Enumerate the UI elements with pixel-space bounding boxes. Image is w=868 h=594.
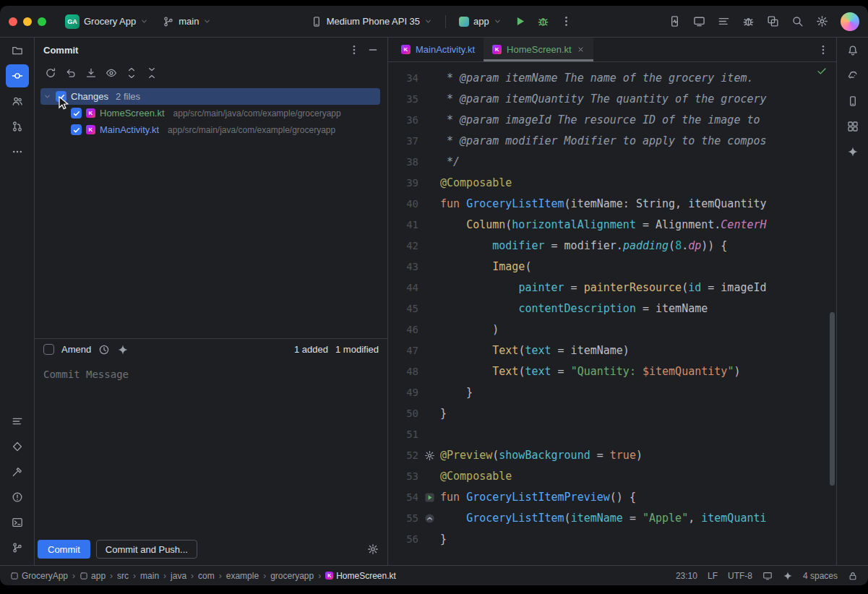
- changed-file-row[interactable]: KMainActivity.ktapp/src/main/java/com/ex…: [35, 121, 387, 138]
- more-tools-tool-button[interactable]: [6, 140, 29, 163]
- code-line[interactable]: 43 Image(: [388, 257, 836, 277]
- settings-button[interactable]: [812, 12, 832, 32]
- code-line[interactable]: 56}: [388, 529, 836, 550]
- gemini-status-icon[interactable]: [783, 571, 793, 581]
- app-quality-insights-tool-button[interactable]: [6, 435, 29, 458]
- run-config-selector[interactable]: app: [453, 13, 507, 30]
- changed-file-row[interactable]: KHomeScreen.ktapp/src/main/java/com/exam…: [35, 105, 387, 121]
- breadcrumb-item[interactable]: groceryapp: [270, 571, 314, 581]
- commit-history-icon[interactable]: [98, 344, 110, 356]
- breadcrumb-item[interactable]: KHomeScreen.kt: [325, 571, 396, 581]
- more-actions-button[interactable]: [557, 12, 577, 32]
- breadcrumb-item[interactable]: main: [140, 571, 159, 581]
- editor-scrollbar[interactable]: [830, 312, 835, 486]
- resource-manager-tool-button[interactable]: [841, 115, 864, 138]
- cursor-position-widget[interactable]: 23:10: [676, 571, 697, 581]
- app-inspection-button[interactable]: [738, 12, 758, 32]
- breadcrumb-item[interactable]: GroceryApp: [10, 571, 68, 581]
- file-checkbox[interactable]: [71, 108, 82, 119]
- code-line[interactable]: 55 GroceryListItem(itemName = "Apple", i…: [388, 508, 836, 529]
- code-line[interactable]: 36 * @param imageId The resource ID of t…: [388, 110, 836, 131]
- breadcrumb-item[interactable]: src: [117, 571, 129, 581]
- code-line[interactable]: 34 * @param itemName The name of the gro…: [388, 68, 836, 89]
- code-line[interactable]: 45 contentDescription = itemName: [388, 298, 836, 319]
- editor-options-icon[interactable]: [817, 44, 829, 56]
- run-gutter-icon[interactable]: [418, 487, 440, 508]
- commit-button[interactable]: Commit: [38, 540, 90, 559]
- code-line[interactable]: 54fun GroceryListItemPreview() {: [388, 487, 836, 508]
- changes-checkbox[interactable]: [56, 91, 66, 102]
- code-line[interactable]: 37 * @param modifier Modifier to apply t…: [388, 131, 836, 152]
- shelve-button[interactable]: [85, 67, 97, 79]
- encoding-widget[interactable]: UTF-8: [728, 571, 752, 581]
- logcat-tool-button[interactable]: [6, 410, 29, 433]
- breadcrumb-item[interactable]: example: [226, 571, 259, 581]
- code-line[interactable]: 39@Composable: [388, 173, 836, 194]
- tab-MainActivity.kt[interactable]: KMainActivity.kt: [392, 38, 484, 61]
- indent-widget[interactable]: 4 spaces: [803, 571, 838, 581]
- terminal-tool-button[interactable]: [6, 511, 29, 534]
- gemini-tool-button[interactable]: [841, 140, 864, 163]
- build-tool-button[interactable]: [6, 460, 29, 483]
- fold-gutter-icon[interactable]: [418, 508, 440, 529]
- run-button[interactable]: [510, 12, 530, 32]
- code-line[interactable]: 50}: [388, 403, 836, 424]
- running-devices-button[interactable]: [689, 12, 709, 32]
- inspections-ok-icon[interactable]: [816, 65, 828, 77]
- reader-mode-icon[interactable]: [762, 571, 773, 581]
- breadcrumb-item[interactable]: app: [80, 571, 106, 581]
- code-line[interactable]: 35 * @param itemQuantity The quantity of…: [388, 89, 836, 110]
- ai-commit-message-icon[interactable]: [117, 344, 129, 356]
- profiler-button[interactable]: [664, 12, 684, 32]
- search-everywhere-button[interactable]: [787, 12, 807, 32]
- changes-root-row[interactable]: Changes 2 files: [40, 88, 380, 105]
- commit-options-gear-icon[interactable]: [367, 543, 379, 555]
- chevron-down-icon[interactable]: [43, 92, 51, 100]
- gear-gutter-icon[interactable]: [418, 445, 440, 466]
- expand-all-button[interactable]: [126, 67, 137, 79]
- close-tab-icon[interactable]: [577, 46, 585, 53]
- logcat-button[interactable]: [713, 12, 734, 32]
- collapse-all-button[interactable]: [146, 67, 158, 79]
- file-checkbox[interactable]: [71, 124, 82, 135]
- code-line[interactable]: 41 Column(horizontalAlignment = Alignmen…: [388, 215, 836, 236]
- code-line[interactable]: 52@Preview(showBackground = true): [388, 445, 836, 466]
- commit-tool-button[interactable]: [6, 64, 29, 87]
- code-line[interactable]: 49 }: [388, 382, 836, 403]
- gradle-tool-button[interactable]: [841, 64, 864, 87]
- code-line[interactable]: 48 Text(text = "Quantity: $itemQuantity"…: [388, 361, 836, 382]
- branch-selector[interactable]: main: [157, 13, 217, 30]
- notifications-tool-button[interactable]: [841, 39, 864, 62]
- refresh-button[interactable]: [45, 67, 56, 79]
- minimize-window-button[interactable]: [23, 17, 32, 26]
- pull-requests-tool-button[interactable]: [6, 115, 29, 138]
- code-line[interactable]: 47 Text(text = itemName): [388, 340, 836, 361]
- breadcrumb-item[interactable]: java: [171, 571, 186, 581]
- device-selector[interactable]: Medium Phone API 35: [305, 13, 438, 30]
- commit-and-push-button[interactable]: Commit and Push...: [96, 540, 197, 559]
- version-control-tool-button[interactable]: [6, 536, 29, 559]
- line-separator-widget[interactable]: LF: [708, 571, 718, 581]
- commit-message-input[interactable]: Commit Message: [35, 360, 387, 536]
- panel-options-icon[interactable]: [348, 44, 360, 56]
- hide-panel-icon[interactable]: [367, 44, 379, 56]
- code-line[interactable]: 46 ): [388, 319, 836, 340]
- problems-tool-button[interactable]: [6, 486, 29, 509]
- tab-HomeScreen.kt[interactable]: KHomeScreen.kt: [484, 38, 593, 61]
- layout-inspector-button[interactable]: [762, 12, 783, 32]
- debug-button[interactable]: [533, 12, 554, 32]
- zoom-window-button[interactable]: [38, 17, 46, 26]
- code-line[interactable]: 53@Composable: [388, 466, 836, 487]
- rollback-button[interactable]: [65, 67, 77, 79]
- code-line[interactable]: 38 */: [388, 152, 836, 173]
- write-access-icon[interactable]: [848, 571, 858, 581]
- device-manager-tool-button[interactable]: [841, 90, 864, 113]
- breadcrumb-item[interactable]: com: [198, 571, 215, 581]
- preview-diff-button[interactable]: [106, 67, 117, 79]
- code-line[interactable]: 44 painter = painterResource(id = imageI…: [388, 277, 836, 298]
- user-avatar[interactable]: [841, 12, 859, 31]
- code-line[interactable]: 51: [388, 424, 836, 445]
- project-selector[interactable]: GA Grocery App: [59, 12, 154, 32]
- close-window-button[interactable]: [9, 17, 17, 26]
- code-line[interactable]: 42 modifier = modifier.padding(8.dp)) {: [388, 236, 836, 257]
